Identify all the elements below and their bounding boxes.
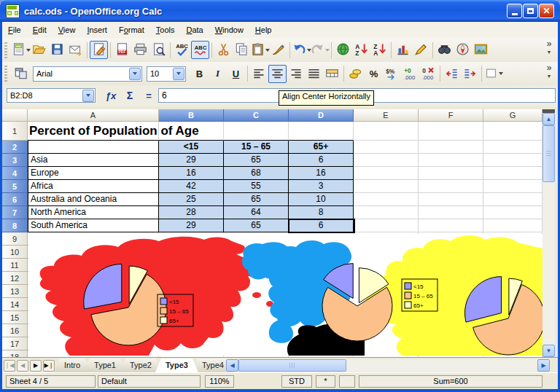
cell-B4[interactable]: 16 <box>159 167 224 180</box>
cell-G7[interactable] <box>483 206 542 219</box>
paste-button[interactable] <box>251 41 269 59</box>
menu-edit[interactable]: Edit <box>27 22 52 38</box>
cell-C8[interactable]: 65 <box>224 219 289 232</box>
cell-A7[interactable]: North America <box>28 206 159 219</box>
percent-button[interactable]: % <box>365 65 383 83</box>
cell-A6[interactable]: Australia and Oceania <box>28 193 159 206</box>
cell-C1[interactable] <box>224 122 289 141</box>
sort-descending-button[interactable]: ZA <box>370 41 389 59</box>
close-button[interactable]: ✕ <box>539 4 554 18</box>
sum-button[interactable]: Σ <box>122 88 138 103</box>
cell-E4[interactable] <box>354 167 419 180</box>
row-header-13[interactable]: 13 <box>2 285 28 298</box>
new-button[interactable] <box>12 41 30 59</box>
cell-G2[interactable] <box>483 141 542 154</box>
row-header-6[interactable]: 6 <box>2 193 28 206</box>
cell-C7[interactable]: 64 <box>224 206 289 219</box>
email-button[interactable] <box>66 41 85 59</box>
cell-G1[interactable] <box>483 122 542 141</box>
cell-E6[interactable] <box>354 193 419 206</box>
cell-G3[interactable] <box>483 154 542 167</box>
save-button[interactable] <box>48 41 66 59</box>
row-header-4[interactable]: 4 <box>2 167 28 180</box>
cell-F6[interactable] <box>419 193 483 206</box>
menu-format[interactable]: Format <box>113 22 150 38</box>
print-button[interactable] <box>131 41 149 59</box>
first-sheet-button[interactable]: ❘◀ <box>4 360 15 372</box>
cell-F4[interactable] <box>419 167 483 180</box>
cell-B5[interactable]: 42 <box>159 180 224 193</box>
cell-B2[interactable]: <15 <box>159 141 224 154</box>
currency-button[interactable] <box>346 65 365 83</box>
scroll-right-button[interactable]: ▶ <box>537 359 550 372</box>
spellcheck-button[interactable]: ABC <box>173 41 191 59</box>
font-name-combo[interactable]: Arial <box>33 66 142 82</box>
status-page-style[interactable]: Default <box>98 375 201 388</box>
sheet-tab-type1[interactable]: Type1 <box>84 358 126 372</box>
cell-B7[interactable]: 28 <box>159 206 224 219</box>
column-header-C[interactable]: C <box>224 109 289 122</box>
vertical-scrollbar[interactable]: ▲▼ <box>542 109 555 357</box>
cell-D4[interactable]: 16 <box>289 167 354 180</box>
cell-B8[interactable]: 29 <box>159 219 224 232</box>
toolbar-grip[interactable] <box>4 66 7 82</box>
column-header-D[interactable]: D <box>289 109 354 122</box>
row-header-9[interactable]: 9 <box>2 232 28 246</box>
cell-F7[interactable] <box>419 206 483 219</box>
minimize-button[interactable] <box>507 4 522 18</box>
cell-C5[interactable]: 55 <box>224 180 289 193</box>
column-header-G[interactable]: G <box>483 109 542 122</box>
increase-indent-button[interactable] <box>461 65 479 83</box>
bold-button[interactable]: B <box>190 65 209 83</box>
cell-D5[interactable]: 3 <box>289 180 354 193</box>
grid-corner-box[interactable] <box>2 109 28 122</box>
scroll-up-button[interactable]: ▲ <box>542 113 555 125</box>
horizontal-scrollbar[interactable]: ◀▶ <box>226 359 550 372</box>
delete-decimal-button[interactable]: 0.000 <box>419 65 438 83</box>
font-size-combo[interactable]: 10 <box>147 66 186 82</box>
cell-A3[interactable]: Asia <box>28 154 159 167</box>
sort-ascending-button[interactable]: AZ <box>352 41 370 59</box>
align-right-button[interactable] <box>287 65 305 83</box>
row-header-3[interactable]: 3 <box>2 154 28 167</box>
cell-D1[interactable] <box>289 122 354 141</box>
cell-G5[interactable] <box>483 180 542 193</box>
cell-E3[interactable] <box>354 154 419 167</box>
cell-F2[interactable] <box>419 141 483 154</box>
scroll-left-button[interactable]: ◀ <box>226 359 238 372</box>
standard-format-button[interactable]: $% <box>383 65 401 83</box>
toolbar-overflow-button-2[interactable]: » ▼ <box>543 64 555 80</box>
cell-F1[interactable] <box>419 122 483 141</box>
previous-sheet-button[interactable]: ◀ <box>17 360 28 372</box>
column-header-B[interactable]: B <box>159 109 224 122</box>
cell-C3[interactable]: 65 <box>224 154 289 167</box>
column-header-A[interactable]: A <box>28 109 159 122</box>
cell-D7[interactable]: 8 <box>289 206 354 219</box>
find-button[interactable] <box>435 41 454 59</box>
menu-tools[interactable]: Tools <box>150 22 181 38</box>
toolbar-overflow-button[interactable]: » ▼ <box>543 40 555 56</box>
menu-file[interactable]: File <box>2 22 27 38</box>
row-header-1[interactable]: 1 <box>2 122 28 141</box>
maximize-button[interactable] <box>523 4 538 18</box>
cell-D2[interactable]: 65+ <box>289 141 354 154</box>
title-bar[interactable]: calc.ods - OpenOffice.org Calc ✕ <box>0 0 560 22</box>
toolbar-grip[interactable] <box>4 42 7 58</box>
cell-A2[interactable] <box>28 141 159 154</box>
add-decimal-button[interactable]: +0.000 <box>401 65 419 83</box>
name-box[interactable]: B2:D8 <box>7 88 96 103</box>
last-sheet-button[interactable]: ▶❘ <box>43 360 55 372</box>
row-header-10[interactable]: 10 <box>2 246 28 259</box>
spreadsheet-grid[interactable]: ABCDEFG123456789101112131415161718<1515 … <box>2 109 555 357</box>
row-header-16[interactable]: 16 <box>2 324 28 337</box>
scroll-down-button[interactable]: ▼ <box>542 345 555 357</box>
sheet-tab-type2[interactable]: Type2 <box>120 358 162 372</box>
horizontal-scroll-thumb[interactable] <box>238 359 346 372</box>
navigator-button[interactable] <box>454 41 472 59</box>
edit-file-button[interactable] <box>90 41 108 59</box>
justify-button[interactable] <box>305 65 323 83</box>
cell-D3[interactable]: 6 <box>289 154 354 167</box>
status-selection-mode[interactable]: STD <box>281 375 312 388</box>
styles-window-button[interactable] <box>12 65 30 83</box>
status-zoom-level[interactable]: 110% <box>205 375 234 388</box>
